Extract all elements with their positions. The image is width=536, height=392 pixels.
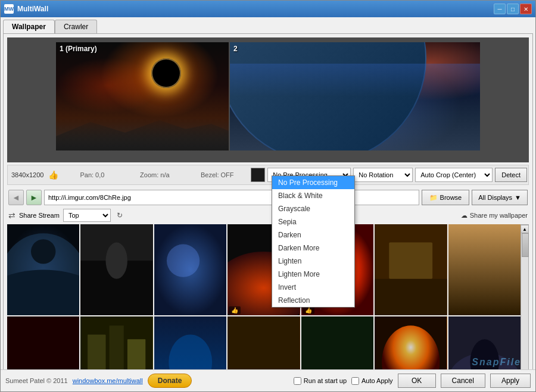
svg-point-3 bbox=[7, 270, 79, 316]
maximize-button[interactable]: □ bbox=[507, 4, 519, 14]
eclipse-visual bbox=[151, 58, 181, 88]
thumbnail-area: 👍 bbox=[7, 224, 529, 369]
screen2-background bbox=[230, 42, 480, 150]
back-button[interactable]: ◄ bbox=[8, 190, 24, 205]
thumbnail-7[interactable] bbox=[448, 224, 521, 315]
titlebar-title: MultiWall bbox=[17, 5, 48, 13]
app-icon: MW bbox=[4, 4, 14, 14]
monitor-preview-area: 1 (Primary) 2 bbox=[7, 37, 529, 162]
titlebar: MW MultiWall ─ □ ✕ bbox=[1, 1, 535, 17]
scroll-up-button[interactable]: ▲ bbox=[521, 225, 529, 233]
dropdown-item-lighten[interactable]: Lighten bbox=[272, 255, 354, 268]
rotation-select[interactable]: No RotationRotate 90°Rotate 180°Rotate 2… bbox=[353, 168, 413, 182]
thumbnail-13[interactable] bbox=[375, 316, 447, 369]
upload-icon: ☁ bbox=[461, 212, 468, 219]
thumbnail-2[interactable] bbox=[80, 224, 152, 315]
auto-apply-label: Auto Apply bbox=[362, 377, 393, 384]
status-bar: 3840x1200 👍 Pan: 0,0 Zoom: n/a Bezel: OF… bbox=[7, 165, 529, 185]
svg-rect-20 bbox=[110, 325, 124, 369]
auto-apply-group: Auto Apply bbox=[351, 377, 393, 385]
dropdown-item-sepia[interactable]: Sepia bbox=[272, 215, 354, 228]
svg-rect-24 bbox=[228, 316, 300, 369]
titlebar-buttons: ─ □ ✕ bbox=[494, 4, 532, 14]
stream-row: ⇄ Share Stream TopNewHot ↻ ☁ Share my wa… bbox=[7, 208, 529, 224]
shuffle-icon[interactable]: ⇄ bbox=[8, 211, 15, 220]
monitor-screens: 1 (Primary) 2 bbox=[56, 42, 480, 158]
thumbnail-12[interactable] bbox=[301, 316, 373, 369]
pan-info: Pan: 0,0 bbox=[63, 171, 121, 178]
folder-icon: 📁 bbox=[429, 194, 438, 202]
tab-wallpaper[interactable]: Wallpaper bbox=[3, 20, 55, 33]
browse-button[interactable]: 📁 Browse bbox=[422, 190, 470, 205]
processing-dropdown-overlay: No Pre Processing Black & White Grayscal… bbox=[272, 175, 355, 308]
tab-bar: Wallpaper Crawler bbox=[3, 20, 533, 33]
like-icon[interactable]: 👍 bbox=[48, 170, 58, 180]
svg-rect-17 bbox=[7, 316, 79, 369]
url-input[interactable] bbox=[44, 190, 419, 205]
website-link[interactable]: windowbox.me/multiwall bbox=[73, 377, 143, 384]
thumbnail-10[interactable] bbox=[154, 316, 226, 369]
share-stream-label: Share Stream bbox=[19, 212, 60, 219]
monitor-screen-2[interactable]: 2 bbox=[230, 42, 480, 150]
apply-button[interactable]: Apply bbox=[490, 374, 531, 388]
dropdown-item-invert[interactable]: Invert bbox=[272, 281, 354, 294]
dropdown-item-darken[interactable]: Darken bbox=[272, 228, 354, 242]
color-picker[interactable] bbox=[251, 168, 265, 182]
thumb-like-4: 👍 bbox=[229, 306, 241, 314]
thumbnail-1[interactable] bbox=[7, 224, 79, 315]
refresh-icon[interactable]: ↻ bbox=[114, 210, 125, 221]
share-wallpaper-button[interactable]: ☁ Share my wallpaper bbox=[461, 212, 528, 219]
svg-rect-14 bbox=[375, 279, 447, 315]
svg-point-8 bbox=[167, 244, 200, 277]
content-area: Wallpaper Crawler 1 (Primary) bbox=[1, 17, 535, 369]
cancel-button[interactable]: Cancel bbox=[441, 374, 485, 388]
bezel-info: Bezel: OFF bbox=[188, 171, 246, 178]
svg-point-2 bbox=[31, 239, 55, 264]
scrollbar: ▲ ▼ bbox=[521, 224, 529, 369]
thumbnail-3[interactable] bbox=[154, 224, 226, 315]
auto-apply-checkbox[interactable] bbox=[351, 377, 359, 385]
thumbnail-8[interactable]: 👍 bbox=[7, 316, 79, 369]
forward-button[interactable]: ► bbox=[26, 190, 42, 205]
copyright-text: Sumeet Patel © 2011 bbox=[5, 377, 68, 384]
dropdown-item-darken-more[interactable]: Darken More bbox=[272, 242, 354, 255]
svg-rect-21 bbox=[127, 339, 145, 369]
all-displays-label: All Displays bbox=[478, 194, 512, 201]
tab-crawler[interactable]: Crawler bbox=[55, 20, 97, 33]
svg-rect-15 bbox=[389, 243, 432, 279]
share-wallpaper-label: Share my wallpaper bbox=[470, 212, 528, 219]
thumbnail-6[interactable] bbox=[375, 224, 447, 315]
dropdown-item-bw[interactable]: Black & White bbox=[272, 189, 354, 202]
run-at-startup-checkbox[interactable] bbox=[294, 377, 301, 385]
dropdown-item-no-processing[interactable]: No Pre Processing bbox=[272, 176, 354, 189]
svg-rect-19 bbox=[88, 335, 106, 369]
titlebar-left: MW MultiWall bbox=[4, 4, 48, 14]
dropdown-item-lighten-more[interactable]: Lighten More bbox=[272, 268, 354, 281]
chevron-down-icon: ▼ bbox=[515, 194, 521, 201]
scroll-track bbox=[521, 233, 528, 369]
ok-button[interactable]: OK bbox=[398, 374, 436, 388]
minimize-button[interactable]: ─ bbox=[494, 4, 506, 14]
screen1-bg bbox=[56, 42, 229, 150]
bottom-bar: Sumeet Patel © 2011 windowbox.me/multiwa… bbox=[1, 369, 535, 391]
svg-point-6 bbox=[106, 243, 127, 279]
scroll-thumb[interactable] bbox=[522, 233, 529, 257]
run-at-startup-label: Run at start up bbox=[304, 377, 347, 384]
donate-button[interactable]: Donate bbox=[148, 374, 192, 388]
crop-select[interactable]: Auto Crop (Center)Auto Crop (Top)Auto Cr… bbox=[415, 168, 493, 182]
detect-button[interactable]: Detect bbox=[495, 168, 527, 182]
thumbnail-11[interactable]: 👍 bbox=[228, 316, 300, 369]
monitor-screen-1[interactable]: 1 (Primary) bbox=[56, 42, 229, 150]
thumbnail-9[interactable] bbox=[80, 316, 152, 369]
dropdown-item-reflection[interactable]: Reflection bbox=[272, 294, 354, 307]
thumbnail-grid: 👍 bbox=[7, 224, 521, 369]
tab-wallpaper-content: 1 (Primary) 2 3840x1200 👍 Pan: 0 bbox=[3, 33, 533, 369]
nav-row: ◄ ► 📁 Browse All Displays ▼ bbox=[7, 187, 529, 208]
browse-label: Browse bbox=[440, 194, 462, 201]
svg-rect-25 bbox=[301, 316, 373, 369]
stream-select[interactable]: TopNewHot bbox=[63, 209, 111, 222]
all-displays-button[interactable]: All Displays ▼ bbox=[472, 190, 528, 205]
atmosphere-visual bbox=[230, 64, 480, 96]
close-button[interactable]: ✕ bbox=[520, 4, 532, 14]
dropdown-item-grayscale[interactable]: Grayscale bbox=[272, 202, 354, 215]
